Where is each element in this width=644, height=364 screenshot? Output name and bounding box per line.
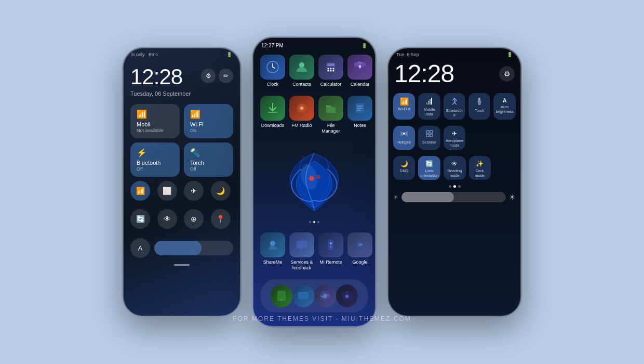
app-contacts[interactable]: Contacts bbox=[289, 55, 314, 87]
indicator-dot-left bbox=[174, 264, 190, 266]
app-downloads[interactable]: Downloads bbox=[260, 96, 285, 134]
watermark: FOR MORE THEMES VISIT - MIUITHEMEZ.COM bbox=[233, 315, 411, 322]
mobile-icon: 📶 bbox=[137, 109, 173, 119]
qs-rotation[interactable]: 🔄 Lock orientation bbox=[418, 156, 440, 180]
location-btn[interactable]: 📍 bbox=[211, 209, 231, 229]
mobile-tile[interactable]: 📶 Mobil Not available bbox=[130, 104, 180, 138]
torch-tile[interactable]: 🔦 Torch Off bbox=[184, 142, 233, 177]
dnd-btn[interactable]: 🌙 bbox=[211, 181, 231, 201]
brightness-low-icon: ☀ bbox=[393, 194, 398, 201]
dock-camera[interactable] bbox=[336, 284, 358, 307]
svg-rect-42 bbox=[426, 102, 427, 105]
status-bar-left: ls only Emc 🔋 bbox=[123, 48, 240, 59]
phone-left: ls only Emc 🔋 12:28 Tuesday, 06 Septembe… bbox=[122, 47, 242, 317]
contrast-btn[interactable]: ⊕ bbox=[184, 209, 204, 229]
wifi-tile[interactable]: 📶 Wi-Fi On bbox=[184, 104, 233, 138]
edit-icon[interactable]: ✏ bbox=[219, 69, 233, 83]
qs-dnd[interactable]: 🌙 DND bbox=[393, 156, 415, 180]
svg-point-7 bbox=[330, 68, 332, 70]
qs-bluetooth-icon bbox=[451, 97, 458, 107]
qs-reading[interactable]: 👁 Reading mode bbox=[444, 156, 465, 180]
qs-grid-3: 🌙 DND 🔄 Lock orientation 👁 Reading mode … bbox=[388, 153, 521, 183]
date-right: Tue, 6 Sep bbox=[396, 52, 419, 57]
status-icons-middle: 🔋 bbox=[361, 43, 367, 48]
svg-point-3 bbox=[299, 62, 304, 68]
clock-section-left: 12:28 Tuesday, 06 September ⚙ ✏ bbox=[123, 59, 240, 101]
google-label: Google bbox=[352, 259, 367, 265]
brightness-slider[interactable] bbox=[401, 192, 506, 202]
dot-3 bbox=[458, 185, 461, 188]
qs-torch-icon bbox=[476, 97, 482, 107]
svg-rect-49 bbox=[430, 131, 433, 133]
bluetooth-icon: ⚡ bbox=[137, 148, 173, 158]
qs-darkmode-icon: ✨ bbox=[476, 160, 484, 167]
dock-messages[interactable] bbox=[292, 284, 314, 307]
svg-point-47 bbox=[403, 133, 405, 135]
app-calendar[interactable]: 6Tue Calendar bbox=[347, 55, 372, 87]
qs-mobile-icon bbox=[426, 97, 433, 106]
app-fm[interactable]: FM Radio bbox=[289, 96, 314, 134]
clock-time-right: 12:28 bbox=[394, 59, 454, 88]
qs-airplane-icon: ✈ bbox=[452, 130, 457, 137]
settings-icon[interactable]: ⚙ bbox=[201, 69, 216, 83]
brightness-slider-fill bbox=[401, 192, 454, 202]
rotate-btn[interactable]: 🔄 bbox=[130, 209, 150, 229]
qs-hotspot-icon bbox=[400, 130, 408, 139]
battery-middle: 🔋 bbox=[361, 43, 367, 48]
wifi-icon: 📶 bbox=[190, 109, 227, 119]
svg-rect-45 bbox=[431, 98, 432, 105]
qs-darkmode[interactable]: ✨ Dark mode bbox=[469, 156, 491, 180]
svg-rect-51 bbox=[430, 134, 433, 137]
app-files[interactable]: File Manager bbox=[318, 96, 343, 134]
svg-rect-29 bbox=[328, 240, 333, 250]
qs-hotspot[interactable]: Hotspot bbox=[393, 126, 415, 150]
qs-wifi[interactable]: 📶 Wi-Fi # bbox=[393, 93, 415, 120]
svg-point-25 bbox=[309, 176, 314, 181]
svg-point-27 bbox=[270, 241, 275, 246]
screen-btn[interactable]: ⬜ bbox=[157, 181, 177, 201]
brightness-bar-left[interactable] bbox=[154, 241, 233, 255]
dock-chrome[interactable] bbox=[314, 284, 336, 307]
dock-phone[interactable] bbox=[271, 284, 292, 307]
clock-app-icon bbox=[260, 55, 285, 80]
svg-rect-43 bbox=[428, 101, 429, 105]
app-calculator[interactable]: Calculator bbox=[318, 55, 343, 87]
time-middle: 12:27 PM bbox=[261, 43, 284, 48]
qs-brightness-auto[interactable]: A Auto brightness bbox=[493, 93, 516, 120]
svg-point-26 bbox=[316, 175, 320, 179]
app-clock[interactable]: Clock bbox=[260, 55, 285, 87]
shareme-label: ShareMe bbox=[263, 259, 283, 265]
qs-grid-2: Hotspot Scanner ✈ Aeroplane mode bbox=[388, 123, 521, 153]
calc-app-icon bbox=[318, 55, 343, 80]
qs-mobile[interactable]: Mobile data bbox=[418, 93, 440, 120]
fm-app-icon bbox=[289, 96, 314, 121]
qs-airplane[interactable]: ✈ Aeroplane mode bbox=[444, 126, 465, 150]
qs-bluetooth[interactable]: Bluetooth # bbox=[444, 93, 465, 120]
text-a-btn[interactable]: A bbox=[130, 238, 150, 258]
svg-point-32 bbox=[358, 243, 361, 246]
status-bar-middle: 12:27 PM 🔋 bbox=[253, 37, 375, 50]
torch-icon: 🔦 bbox=[190, 148, 227, 158]
downloads-label: Downloads bbox=[261, 123, 285, 128]
app-notes[interactable]: Notes bbox=[347, 96, 372, 134]
eye-btn[interactable]: 👁 bbox=[157, 209, 177, 229]
qs-scanner[interactable]: Scanner bbox=[418, 126, 440, 150]
app-feedback[interactable]: Services & feedback bbox=[289, 232, 314, 271]
bluetooth-tile[interactable]: ⚡ Bluetooth Off bbox=[130, 142, 180, 177]
gear-icon-right[interactable]: ⚙ bbox=[499, 66, 515, 82]
feedback-app-icon bbox=[289, 232, 314, 257]
downloads-app-icon bbox=[260, 96, 285, 121]
qs-scanner-icon bbox=[426, 130, 433, 139]
qs-torch[interactable]: Torch bbox=[468, 93, 490, 120]
app-grid-row2: Downloads FM Radio File Manager Notes bbox=[253, 92, 375, 138]
clock-time-left: 12:28 bbox=[130, 64, 191, 89]
airplane-btn[interactable]: ✈ bbox=[184, 181, 204, 201]
qs-wifi-icon: 📶 bbox=[400, 97, 409, 106]
app-google[interactable]: Google bbox=[347, 232, 372, 271]
app-miremote[interactable]: Mi Remote bbox=[318, 232, 343, 271]
calendar-label: Calendar bbox=[351, 82, 370, 87]
status-icons-right: 🔋 bbox=[507, 52, 513, 57]
app-shareme[interactable]: ShareMe bbox=[260, 232, 285, 271]
wifi-btn[interactable]: 📶 bbox=[130, 181, 150, 201]
qs-grid-1: 📶 Wi-Fi # Mobile data Bluetooth # Torc bbox=[388, 90, 521, 123]
